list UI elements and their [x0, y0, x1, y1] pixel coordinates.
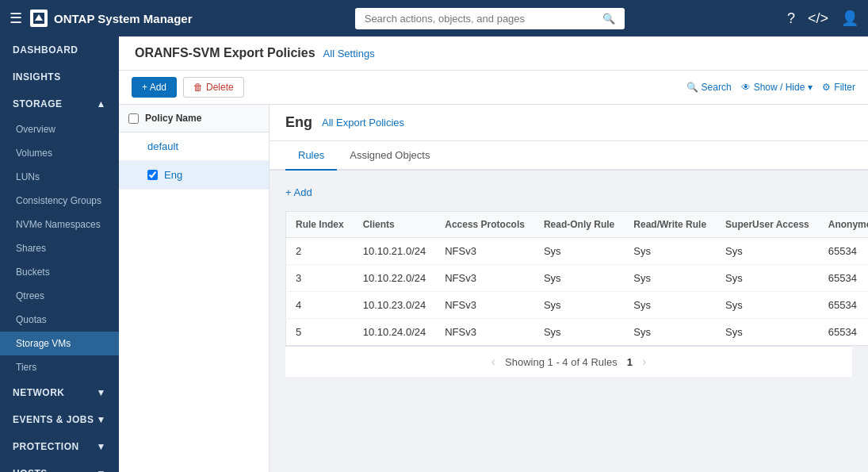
col-anonymous-user: Anonymous User	[819, 212, 868, 238]
delete-button[interactable]: 🗑 Delete	[183, 77, 244, 98]
toolbar-right: 🔍 Search 👁 Show / Hide ▾ ⚙ Filter	[686, 82, 855, 93]
cell-row1-col6: 65534	[819, 265, 868, 292]
all-settings-link[interactable]: All Settings	[323, 48, 375, 59]
sidebar-item-insights[interactable]: INSIGHTS	[0, 63, 119, 90]
page-number: 1	[627, 356, 633, 368]
cell-row2-col0: 4	[286, 292, 354, 319]
cell-row0-col4: Sys	[624, 238, 716, 265]
sidebar-subitem-luns[interactable]: LUNs	[0, 165, 119, 189]
all-export-policies-link[interactable]: All Export Policies	[322, 117, 404, 129]
cell-row1-col4: Sys	[624, 265, 716, 292]
sidebar-subitem-tiers[interactable]: Tiers	[0, 355, 119, 379]
cell-row2-col3: Sys	[534, 292, 624, 319]
sidebar-item-hosts[interactable]: HOSTS ▼	[0, 460, 119, 472]
sidebar-subitem-quotas[interactable]: Quotas	[0, 308, 119, 332]
app-title: ONTAP System Manager	[54, 12, 193, 25]
col-rule-index: Rule Index	[286, 212, 354, 238]
policy-item-default[interactable]: default	[119, 132, 269, 161]
rules-table: Rule Index Clients Access Protocols Read…	[285, 211, 868, 346]
cell-row0-col1: 10.10.21.0/24	[354, 238, 436, 265]
hamburger-menu-icon[interactable]: ☰	[10, 10, 22, 27]
trash-icon: 🗑	[193, 82, 203, 93]
default-policy-name: default	[147, 140, 178, 152]
filter-action[interactable]: ⚙ Filter	[822, 82, 855, 93]
rules-section: + Add Rule Index Clients Access Protocol…	[270, 171, 868, 389]
cell-row0-col0: 2	[286, 238, 354, 265]
policy-name-column-header: Policy Name	[145, 113, 201, 124]
cell-row1-col3: Sys	[534, 265, 624, 292]
next-page-arrow[interactable]: ›	[642, 355, 646, 369]
sidebar-item-network[interactable]: NETWORK ▼	[0, 379, 119, 406]
detail-header: Eng All Export Policies	[270, 105, 868, 141]
show-hide-action[interactable]: 👁 Show / Hide ▾	[741, 82, 813, 93]
sidebar-subitem-buckets[interactable]: Buckets	[0, 260, 119, 284]
cell-row2-col5: Sys	[716, 292, 819, 319]
sidebar-subitem-storage-vms[interactable]: Storage VMs	[0, 332, 119, 355]
search-wrapper: 🔍	[201, 8, 779, 29]
search-icon: 🔍	[686, 82, 698, 93]
col-read-write-rule: Read/Write Rule	[624, 212, 716, 238]
sidebar-subitem-overview[interactable]: Overview	[0, 117, 119, 141]
events-chevron-icon: ▼	[97, 414, 106, 425]
cell-row2-col1: 10.10.23.0/24	[354, 292, 436, 319]
cell-row3-col6: 65534	[819, 319, 868, 346]
help-icon[interactable]: ?	[787, 10, 795, 27]
col-read-only-rule: Read-Only Rule	[534, 212, 624, 238]
cell-row3-col2: NFSv3	[435, 319, 534, 346]
detail-panel: Eng All Export Policies Rules Assigned O…	[270, 105, 868, 472]
sidebar-subitem-consistency-groups[interactable]: Consistency Groups	[0, 189, 119, 213]
toolbar: + Add 🗑 Delete 🔍 Search 👁 Show / Hide ▾ …	[119, 71, 868, 105]
cell-row3-col0: 5	[286, 319, 354, 346]
cell-row1-col1: 10.10.22.0/24	[354, 265, 436, 292]
cell-row2-col6: 65534	[819, 292, 868, 319]
sidebar: DASHBOARD INSIGHTS STORAGE ▲ Overview Vo…	[0, 36, 119, 472]
eng-policy-name: Eng	[164, 169, 182, 181]
sidebar-subitem-qtrees[interactable]: Qtrees	[0, 284, 119, 308]
pagination: ‹ Showing 1 - 4 of 4 Rules 1 ›	[285, 346, 852, 377]
user-icon[interactable]: 👤	[841, 10, 858, 27]
global-search-bar[interactable]: 🔍	[355, 8, 625, 29]
eye-icon: 👁	[741, 82, 751, 93]
col-clients: Clients	[354, 212, 436, 238]
sidebar-item-dashboard[interactable]: DASHBOARD	[0, 36, 119, 63]
prev-page-arrow[interactable]: ‹	[491, 355, 495, 369]
storage-chevron-icon: ▲	[97, 98, 106, 109]
table-row: 510.10.24.0/24NFSv3SysSysSys65534	[286, 319, 869, 346]
page-title: ORANFS-SVM Export Policies	[135, 46, 315, 60]
sidebar-subitem-shares[interactable]: Shares	[0, 236, 119, 260]
select-all-checkbox[interactable]	[128, 113, 139, 124]
add-button[interactable]: + Add	[132, 77, 177, 98]
cell-row3-col4: Sys	[624, 319, 716, 346]
sidebar-subitem-volumes[interactable]: Volumes	[0, 141, 119, 165]
detail-title: Eng	[285, 114, 312, 131]
cell-row0-col5: Sys	[716, 238, 819, 265]
showing-text: Showing 1 - 4 of 4 Rules	[505, 356, 618, 368]
sidebar-item-protection[interactable]: PROTECTION ▼	[0, 433, 119, 460]
table-row: 210.10.21.0/24NFSv3SysSysSys65534	[286, 238, 869, 265]
detail-tabs: Rules Assigned Objects	[270, 141, 868, 171]
tab-rules[interactable]: Rules	[285, 141, 337, 171]
cell-row2-col2: NFSv3	[435, 292, 534, 319]
code-icon[interactable]: </>	[808, 10, 828, 27]
search-icon: 🔍	[602, 13, 615, 25]
policy-item-eng[interactable]: Eng	[119, 161, 269, 190]
col-superuser-access: SuperUser Access	[716, 212, 819, 238]
sidebar-subitem-nvme-namespaces[interactable]: NVMe Namespaces	[0, 213, 119, 236]
add-rule-button[interactable]: + Add	[285, 183, 312, 201]
tab-assigned-objects[interactable]: Assigned Objects	[337, 141, 442, 171]
col-access-protocols: Access Protocols	[435, 212, 534, 238]
cell-row2-col4: Sys	[624, 292, 716, 319]
cell-row3-col1: 10.10.24.0/24	[354, 319, 436, 346]
network-chevron-icon: ▼	[97, 387, 106, 398]
cell-row0-col6: 65534	[819, 238, 868, 265]
filter-icon: ⚙	[822, 82, 831, 93]
global-search-input[interactable]	[365, 13, 598, 25]
eng-policy-checkbox[interactable]	[147, 170, 158, 180]
cell-row3-col3: Sys	[534, 319, 624, 346]
cell-row1-col0: 3	[286, 265, 354, 292]
table-row: 310.10.22.0/24NFSv3SysSysSys65534	[286, 265, 869, 292]
sidebar-item-storage[interactable]: STORAGE ▲	[0, 90, 119, 117]
search-action[interactable]: 🔍 Search	[686, 82, 732, 93]
sidebar-item-events-jobs[interactable]: EVENTS & JOBS ▼	[0, 406, 119, 433]
table-row: 410.10.23.0/24NFSv3SysSysSys65534	[286, 292, 869, 319]
